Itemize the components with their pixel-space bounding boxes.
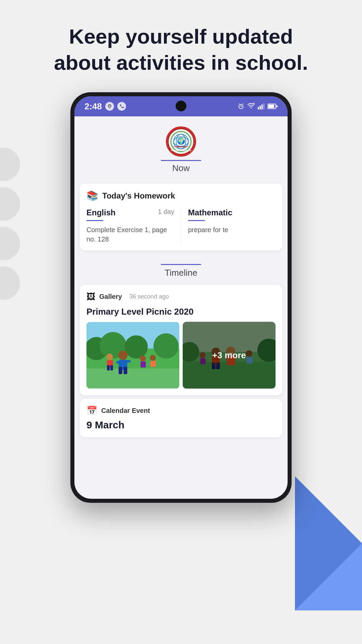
svg-point-26 [125, 335, 148, 359]
wifi-icon [247, 103, 255, 110]
svg-line-7 [253, 103, 255, 104]
gallery-images: +3 more [86, 322, 276, 389]
svg-rect-11 [263, 103, 264, 109]
gallery-card-header: 🖼 Gallery 36 second ago [86, 291, 276, 302]
phone-screen: 2:48 [74, 96, 288, 499]
now-label-container: Now [161, 160, 201, 173]
svg-point-29 [118, 351, 128, 360]
math-underline [188, 220, 205, 221]
status-bar: 2:48 [74, 96, 288, 116]
calendar-date: 9 March [86, 419, 276, 431]
status-time: 2:48 [84, 101, 102, 112]
homework-card-header: 📚 Today's Homework [86, 190, 276, 201]
svg-rect-34 [127, 360, 131, 363]
now-label: Now [172, 163, 190, 173]
svg-rect-42 [150, 361, 156, 367]
gallery-card[interactable]: 🖼 Gallery 36 second ago Primary Level Pi… [80, 285, 282, 395]
svg-rect-31 [119, 367, 122, 374]
svg-point-0 [109, 105, 110, 107]
more-count-text: +3 more [212, 350, 246, 361]
svg-point-39 [140, 356, 146, 362]
timeline-label: Timeline [165, 268, 197, 278]
english-header: English 1 day [86, 208, 174, 217]
phone-frame: 2:48 [70, 92, 292, 503]
math-subject: Mathematic [188, 208, 232, 217]
svg-line-4 [239, 104, 240, 104]
gallery-image-1[interactable] [86, 322, 179, 389]
battery-icon [267, 103, 278, 109]
homework-title: Today's Homework [102, 191, 175, 201]
alarm-icon [237, 103, 245, 110]
logo-section: 🌍 Education for Excellence Now [74, 116, 288, 177]
svg-rect-8 [258, 107, 259, 109]
svg-point-35 [106, 354, 113, 360]
now-underline [161, 160, 201, 161]
gallery-icon: 🖼 [86, 291, 95, 302]
gallery-title: Primary Level Picnic 2020 [86, 307, 276, 317]
homework-card: 📚 Today's Homework English 1 day Complet… [80, 183, 282, 251]
homework-icon: 📚 [86, 190, 98, 201]
svg-point-41 [150, 355, 156, 361]
svg-rect-28 [86, 369, 179, 388]
english-column: English 1 day Complete Exercise 1, page … [86, 208, 181, 244]
svg-rect-13 [268, 105, 274, 108]
svg-rect-14 [276, 105, 278, 107]
calendar-icon: 📅 [86, 406, 97, 416]
english-subject: English [86, 208, 116, 217]
svg-line-5 [243, 104, 243, 104]
phone-mockup: 2:48 [70, 92, 292, 503]
svg-rect-37 [107, 365, 110, 371]
svg-rect-9 [259, 106, 261, 109]
timeline-section: Timeline [74, 257, 288, 281]
english-underline [86, 220, 103, 221]
math-header: Mathematic [188, 208, 276, 217]
svg-rect-33 [116, 361, 120, 364]
gallery-image-2[interactable]: +3 more [183, 322, 276, 389]
decorative-triangle [295, 476, 362, 610]
circle-4 [0, 266, 20, 300]
svg-rect-38 [110, 365, 113, 371]
svg-rect-40 [140, 362, 146, 368]
app-content: 🌍 Education for Excellence Now 📚 [74, 116, 288, 451]
calendar-card-header: 📅 Calendar Event [86, 406, 276, 416]
homework-columns: English 1 day Complete Exercise 1, page … [86, 208, 276, 244]
svg-text:🌍: 🌍 [177, 137, 185, 145]
calendar-type: Calendar Event [101, 407, 150, 415]
gallery-time: 36 second ago [129, 293, 169, 300]
svg-point-6 [251, 108, 252, 109]
map-icon [105, 102, 114, 111]
page-headline: Keep yourself updated about activities i… [0, 0, 362, 92]
circle-3 [0, 227, 20, 260]
call-icon [117, 102, 126, 111]
math-column: Mathematic prepare for te [181, 208, 276, 244]
circle-2 [0, 187, 20, 221]
gallery-type: Gallery [99, 293, 122, 301]
math-text: prepare for te [188, 226, 228, 233]
english-duration: 1 day [158, 208, 174, 216]
decorative-circles [0, 148, 20, 300]
circle-1 [0, 148, 20, 181]
svg-rect-10 [261, 105, 263, 110]
status-icons-right [237, 103, 278, 110]
svg-point-27 [154, 333, 179, 359]
svg-text:Education for Excellence: Education for Excellence [167, 149, 195, 152]
more-count-overlay[interactable]: +3 more [183, 322, 276, 389]
svg-rect-32 [124, 367, 127, 374]
camera-notch [176, 101, 186, 111]
english-text: Complete Exercise 1, page no. 128 [86, 226, 167, 243]
signal-icon [257, 103, 265, 110]
calendar-card[interactable]: 📅 Calendar Event 9 March [80, 399, 282, 437]
school-logo: 🌍 Education for Excellence [166, 126, 196, 157]
timeline-underline [161, 264, 201, 265]
